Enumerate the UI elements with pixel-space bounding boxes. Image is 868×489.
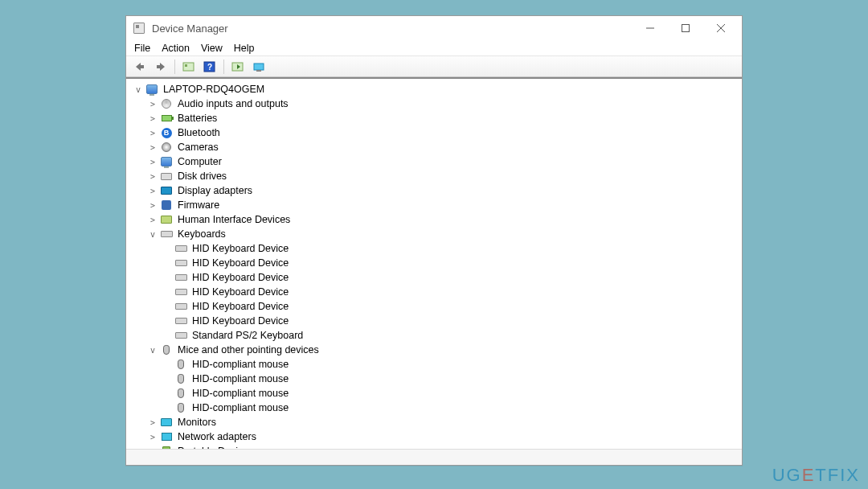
- tree-item-label: HID Keyboard Device: [190, 315, 289, 327]
- expand-icon[interactable]: >: [147, 418, 158, 427]
- tree-item-label: Human Interface Devices: [176, 214, 290, 225]
- hid-icon: [160, 213, 173, 226]
- keyboard-icon: [174, 329, 187, 342]
- root-icon: [145, 83, 158, 96]
- tree-device[interactable]: >Standard PS/2 Keyboard: [133, 328, 742, 343]
- tree-item-label: Bluetooth: [176, 127, 220, 138]
- tree-device[interactable]: >HID Keyboard Device: [133, 299, 742, 314]
- menu-view[interactable]: View: [201, 43, 223, 54]
- tree-item-label: Monitors: [176, 417, 216, 428]
- tree-item-label: HID-compliant mouse: [190, 359, 289, 370]
- tree-item-label: HID Keyboard Device: [190, 286, 289, 298]
- tree-category[interactable]: vMice and other pointing devices: [133, 343, 742, 357]
- expand-icon[interactable]: >: [147, 172, 158, 181]
- tree-device[interactable]: >HID Keyboard Device: [133, 256, 742, 270]
- tree-item-label: Standard PS/2 Keyboard: [190, 330, 303, 341]
- menu-file[interactable]: File: [134, 43, 150, 54]
- tree-category[interactable]: >Computer: [133, 154, 742, 169]
- collapse-icon[interactable]: v: [147, 346, 158, 355]
- expand-icon[interactable]: >: [147, 187, 158, 195]
- expand-icon[interactable]: >: [147, 114, 158, 123]
- tree-device[interactable]: >HID-compliant mouse: [133, 386, 742, 401]
- tree-device[interactable]: >HID Keyboard Device: [133, 285, 742, 299]
- show-hidden-button[interactable]: [180, 59, 198, 75]
- expand-icon[interactable]: >: [147, 433, 158, 442]
- tree-device[interactable]: >HID Keyboard Device: [133, 314, 742, 328]
- collapse-icon[interactable]: v: [133, 85, 144, 94]
- monitor-icon: [160, 416, 173, 429]
- svg-marker-4: [136, 63, 141, 71]
- toolbar: ?: [126, 56, 742, 77]
- tree-category[interactable]: >Human Interface Devices: [133, 212, 742, 227]
- expand-icon[interactable]: >: [147, 100, 158, 109]
- tree-device[interactable]: >HID-compliant mouse: [133, 372, 742, 386]
- tree-root[interactable]: vLAPTOP-RDQ4OGEM: [133, 82, 742, 97]
- tree-item-label: Network adapters: [176, 431, 256, 442]
- tree-category[interactable]: >Disk drives: [133, 169, 742, 183]
- tree-item-label: HID-compliant mouse: [190, 388, 289, 399]
- expand-icon[interactable]: >: [147, 216, 158, 224]
- keyboard-icon: [160, 228, 173, 240]
- speaker-icon: [160, 97, 173, 110]
- tree-item-label: Batteries: [176, 113, 217, 124]
- mouse-icon: [174, 387, 187, 400]
- battery-icon: [160, 112, 173, 125]
- tree-device[interactable]: >HID-compliant mouse: [133, 357, 742, 372]
- help-button[interactable]: ?: [201, 59, 219, 75]
- collapse-icon[interactable]: v: [147, 230, 158, 239]
- svg-marker-6: [160, 63, 165, 71]
- tree-device[interactable]: >HID Keyboard Device: [133, 241, 742, 256]
- keyboard-icon: [174, 314, 187, 327]
- tree-category[interactable]: >BBluetooth: [133, 125, 742, 140]
- svg-text:?: ?: [207, 63, 212, 72]
- tree-item-label: HID Keyboard Device: [190, 257, 289, 269]
- properties-button[interactable]: [250, 59, 268, 75]
- mouse-icon: [174, 358, 187, 371]
- tree-item-label: Firmware: [176, 199, 219, 211]
- keyboard-icon: [174, 242, 187, 255]
- device-tree[interactable]: vLAPTOP-RDQ4OGEM>Audio inputs and output…: [126, 79, 742, 449]
- svg-rect-1: [682, 25, 690, 32]
- bluetooth-icon: B: [160, 126, 173, 139]
- forward-button[interactable]: [152, 59, 170, 75]
- watermark: UGETFIX: [772, 465, 860, 486]
- mouse-icon: [160, 343, 173, 356]
- mouse-icon: [174, 372, 187, 385]
- scan-button[interactable]: [229, 59, 247, 75]
- tree-category[interactable]: >Display adapters: [133, 183, 742, 198]
- tree-category[interactable]: vKeyboards: [133, 227, 742, 241]
- computer-icon: [160, 155, 173, 168]
- close-button[interactable]: [703, 17, 739, 39]
- tree-item-label: Mice and other pointing devices: [176, 344, 319, 355]
- app-icon: [133, 22, 145, 35]
- tree-category[interactable]: >Batteries: [133, 111, 742, 125]
- tree-item-label: LAPTOP-RDQ4OGEM: [162, 84, 264, 95]
- tree-item-label: HID-compliant mouse: [190, 373, 289, 384]
- back-button[interactable]: [131, 59, 149, 75]
- menu-help[interactable]: Help: [234, 43, 255, 54]
- tree-category[interactable]: >Cameras: [133, 140, 742, 154]
- tree-device[interactable]: >HID-compliant mouse: [133, 401, 742, 415]
- svg-rect-5: [141, 65, 144, 68]
- tree-category[interactable]: >Firmware: [133, 198, 742, 212]
- keyboard-icon: [174, 257, 187, 269]
- tree-category[interactable]: >Network adapters: [133, 429, 742, 444]
- expand-icon[interactable]: >: [147, 158, 158, 166]
- tree-category[interactable]: >Monitors: [133, 415, 742, 429]
- tree-item-label: HID Keyboard Device: [190, 272, 289, 283]
- expand-icon[interactable]: >: [147, 143, 158, 152]
- svg-rect-15: [256, 70, 261, 72]
- tree-item-label: Audio inputs and outputs: [176, 98, 289, 109]
- maximize-button[interactable]: [668, 17, 703, 39]
- menu-action[interactable]: Action: [162, 43, 190, 54]
- tree-item-label: Computer: [176, 156, 222, 167]
- tree-item-label: HID Keyboard Device: [190, 243, 289, 254]
- expand-icon[interactable]: >: [147, 129, 158, 138]
- keyboard-icon: [174, 271, 187, 284]
- expand-icon[interactable]: >: [147, 201, 158, 210]
- tree-category[interactable]: >Audio inputs and outputs: [133, 97, 742, 111]
- tree-device[interactable]: >HID Keyboard Device: [133, 270, 742, 285]
- camera-icon: [160, 141, 173, 154]
- minimize-button[interactable]: [633, 17, 668, 39]
- tree-item-label: HID-compliant mouse: [190, 402, 289, 413]
